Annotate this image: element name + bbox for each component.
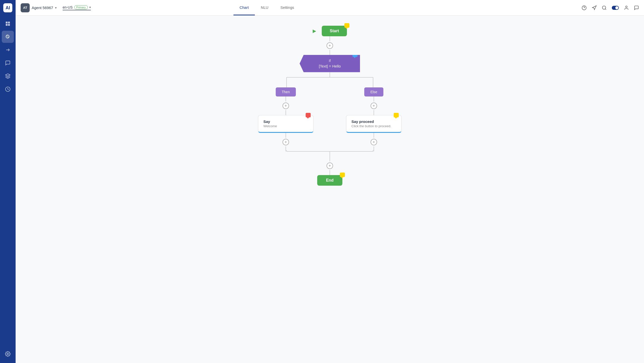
add-btn-else-bottom[interactable]: + bbox=[371, 139, 377, 145]
svg-point-15 bbox=[615, 6, 618, 9]
start-node[interactable]: Start bbox=[322, 26, 347, 36]
header-tabs: Chart NLU Settings bbox=[233, 0, 300, 15]
agent-selector[interactable]: AT Agent 56967 ▾ bbox=[21, 3, 57, 12]
play-icon[interactable]: ▶ bbox=[313, 28, 316, 34]
svg-line-11 bbox=[605, 9, 606, 10]
end-node[interactable]: End bbox=[317, 175, 342, 186]
branch-add-row: + + bbox=[242, 96, 418, 115]
tab-nlu[interactable]: NLU bbox=[255, 0, 274, 15]
add-btn-end[interactable]: + bbox=[327, 162, 333, 169]
else-line-top bbox=[374, 96, 374, 102]
sidebar-item-dashboard[interactable] bbox=[2, 18, 14, 30]
add-btn-1[interactable]: + bbox=[327, 42, 333, 49]
sidebar-item-analytics[interactable] bbox=[2, 83, 14, 95]
branch-then-else-row: Then Else bbox=[242, 87, 418, 96]
then-bottom-line-bottom bbox=[286, 146, 286, 151]
line-1a bbox=[330, 36, 330, 41]
else-label[interactable]: Else bbox=[364, 87, 383, 96]
svg-rect-3 bbox=[8, 24, 10, 26]
connector-end: + bbox=[327, 161, 333, 175]
header: AT Agent 56967 ▾ en-US Primary ▾ Chart N… bbox=[16, 0, 644, 16]
tab-chart[interactable]: Chart bbox=[233, 0, 255, 15]
svg-marker-9 bbox=[592, 6, 596, 10]
else-bottom-line-bottom bbox=[374, 146, 374, 151]
branch-lines-svg bbox=[242, 72, 418, 87]
line-1b bbox=[330, 50, 330, 55]
sidebar-bottom bbox=[2, 348, 14, 363]
help-icon[interactable] bbox=[582, 5, 587, 10]
branch-wrapper: Then Else + + bbox=[242, 72, 418, 161]
sidebar-item-settings[interactable] bbox=[2, 348, 14, 360]
sidebar: AI bbox=[0, 0, 16, 363]
svg-point-6 bbox=[7, 353, 9, 355]
if-label: If bbox=[310, 58, 350, 63]
say-welcome-title: Say bbox=[263, 119, 308, 124]
compass-icon[interactable] bbox=[592, 5, 597, 10]
say-welcome-card[interactable]: Say Welcome bbox=[258, 115, 313, 133]
say-proceed-bubble bbox=[394, 113, 399, 117]
search-icon[interactable] bbox=[602, 5, 607, 10]
then-label[interactable]: Then bbox=[276, 87, 296, 96]
if-node[interactable]: If [Text] = Hello bbox=[300, 55, 360, 72]
line-end bbox=[330, 170, 330, 175]
say-cards-row: Say Welcome Say proceed Click the button… bbox=[242, 115, 418, 133]
toggle-icon[interactable] bbox=[612, 6, 619, 10]
chart-canvas: ▶ Start + If [Text] = Hello bbox=[16, 16, 644, 363]
if-condition: [Text] = Hello bbox=[310, 63, 350, 69]
tab-settings[interactable]: Settings bbox=[274, 0, 300, 15]
sidebar-navigation bbox=[0, 16, 16, 95]
then-line-bottom bbox=[286, 110, 286, 115]
say-proceed-card[interactable]: Say proceed Click the button to proceed. bbox=[346, 115, 401, 133]
header-actions bbox=[582, 5, 639, 10]
branch-bottom-add: + + bbox=[242, 133, 418, 151]
sidebar-logo: AI bbox=[0, 0, 16, 16]
start-row: ▶ Start bbox=[242, 26, 418, 36]
agent-dropdown-icon: ▾ bbox=[55, 6, 57, 10]
main-content: AT Agent 56967 ▾ en-US Primary ▾ Chart N… bbox=[16, 0, 644, 363]
sidebar-item-flows[interactable] bbox=[2, 31, 14, 43]
say-proceed-title: Say proceed bbox=[351, 119, 396, 124]
add-btn-then-bottom[interactable]: + bbox=[283, 139, 289, 145]
language-dropdown-icon: ▾ bbox=[89, 6, 91, 9]
end-bubble bbox=[340, 173, 345, 177]
say-proceed-subtitle: Click the button to proceed. bbox=[351, 124, 396, 128]
logo-mark: AI bbox=[3, 3, 12, 12]
user-icon[interactable] bbox=[624, 5, 629, 10]
language-text: en-US bbox=[63, 5, 73, 9]
if-bubble bbox=[352, 52, 357, 57]
branch-merge-svg bbox=[242, 151, 418, 161]
svg-rect-1 bbox=[8, 22, 10, 23]
then-bottom-line-top bbox=[286, 133, 286, 138]
primary-badge: Primary bbox=[74, 5, 88, 9]
end-row: End bbox=[242, 175, 418, 186]
branch-else-col: Else bbox=[330, 87, 418, 96]
svg-rect-2 bbox=[6, 24, 8, 26]
connector-1: + bbox=[327, 36, 333, 55]
say-welcome-bubble bbox=[306, 113, 311, 117]
if-node-row: If [Text] = Hello bbox=[242, 55, 418, 72]
else-line-bottom bbox=[374, 110, 374, 115]
sidebar-item-handoffs[interactable] bbox=[2, 44, 14, 56]
say-welcome-subtitle: Welcome bbox=[263, 124, 308, 128]
message-icon[interactable] bbox=[634, 5, 639, 10]
start-bubble bbox=[344, 23, 349, 28]
agent-avatar: AT bbox=[21, 3, 30, 12]
sidebar-item-layers[interactable] bbox=[2, 70, 14, 82]
language-selector[interactable]: en-US Primary ▾ bbox=[63, 5, 91, 10]
add-btn-else[interactable]: + bbox=[371, 103, 377, 109]
branch-then-col: Then bbox=[242, 87, 330, 96]
svg-point-16 bbox=[626, 6, 627, 8]
svg-point-10 bbox=[602, 6, 606, 9]
else-bottom-line-top bbox=[374, 133, 374, 138]
flow-container: ▶ Start + If [Text] = Hello bbox=[242, 26, 418, 186]
sidebar-item-conversations[interactable] bbox=[2, 57, 14, 69]
svg-rect-0 bbox=[6, 22, 8, 23]
agent-name: Agent 56967 bbox=[32, 6, 53, 10]
add-btn-then[interactable]: + bbox=[283, 103, 289, 109]
then-line-top bbox=[286, 96, 286, 102]
